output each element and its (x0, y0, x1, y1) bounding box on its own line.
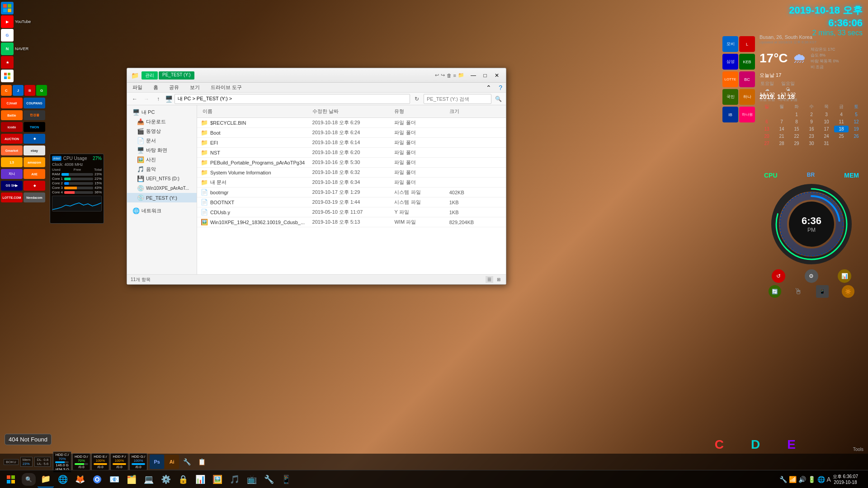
right-icon-6[interactable]: BC (739, 71, 755, 87)
right-icon-2[interactable]: L (739, 36, 755, 52)
address-input[interactable] (175, 94, 410, 104)
cal-day[interactable]: 23 (804, 133, 819, 140)
tray-icon3[interactable]: 🔊 (798, 476, 806, 483)
taskbar-misc5-icon[interactable]: 🔒 (175, 471, 191, 488)
search-button[interactable]: 🔍 (493, 94, 503, 104)
cal-day[interactable]: 1 (789, 111, 804, 118)
cal-day[interactable]: 31 (819, 140, 834, 147)
sidebar-icon-youtube[interactable]: ▶ YouTube (1, 15, 46, 28)
gauge-icon-5[interactable]: 📱 (816, 285, 829, 298)
tray-icon2[interactable]: 📶 (789, 476, 797, 483)
sidebar-15[interactable]: 1.5 (1, 157, 23, 167)
file-row[interactable]: 📄 CDUsb.y 2019-05-10 오후 11:07 Y 파일 1KB (197, 207, 506, 217)
help-icon[interactable]: ? (499, 84, 502, 91)
cal-day[interactable]: 8 (789, 118, 804, 125)
sidebar-icodo[interactable]: icodo (1, 122, 23, 132)
search-input[interactable] (424, 94, 491, 104)
toolbar-delete[interactable]: 🗑 (447, 73, 452, 78)
cal-day[interactable]: 21 (774, 133, 789, 140)
sidebar-icon-misc1[interactable]: ★ (1, 56, 46, 69)
right-icon-4[interactable]: KEB (739, 54, 755, 70)
cal-day[interactable]: 9 (804, 118, 819, 125)
file-row[interactable]: 📄 bootmgr 2019-10-17 오후 1:29 시스템 파일 402K… (197, 188, 506, 197)
forward-button[interactable]: → (142, 94, 151, 104)
sidebar-battle[interactable]: Battle (1, 110, 23, 120)
nav-documents[interactable]: 📄 문서 (127, 136, 197, 145)
c-drive-label[interactable]: C (715, 437, 724, 452)
start-button[interactable] (2, 471, 20, 488)
taskbar-misc9-icon[interactable]: 📺 (244, 471, 260, 488)
taskbar-edge-icon[interactable]: 🌐 (55, 471, 71, 488)
file-row[interactable]: 📄 BOOTNXT 2019-03-19 오후 1:44 시스템 파일 1KB (197, 197, 506, 207)
sidebar-tmon[interactable]: TMON (24, 122, 45, 132)
toolbar-undo[interactable]: ↩ (435, 72, 439, 78)
cal-day[interactable]: 15 (789, 126, 804, 132)
menu-home[interactable]: 홈 (151, 83, 160, 92)
cal-day[interactable]: 2 (804, 111, 819, 118)
menu-view[interactable]: 보기 (188, 83, 202, 92)
cal-day[interactable]: 14 (774, 126, 789, 132)
sidebar-ali[interactable]: AliE (24, 169, 45, 179)
detail-view-button[interactable]: ⊞ (495, 276, 502, 283)
taskbar-misc6-icon[interactable]: 📊 (192, 471, 208, 488)
nav-desktop[interactable]: 🖥️ 바탕 화면 (127, 145, 197, 155)
cal-day[interactable]: 19 (849, 126, 863, 132)
up-button[interactable]: ↑ (153, 94, 163, 104)
tray-keyboard-icon[interactable]: A (827, 476, 831, 483)
sidebar-amazon[interactable]: amazon (24, 157, 45, 167)
sidebar-misc3[interactable]: ◆ (24, 181, 45, 191)
sidebar-gmarket[interactable]: Gmarket (1, 145, 23, 155)
col-size[interactable]: 크기 (448, 107, 502, 116)
right-icon-1[interactable]: 모비 (722, 36, 738, 52)
sidebar-genie[interactable]: 지니 (1, 169, 23, 179)
cal-day[interactable]: 29 (789, 140, 804, 147)
cal-day[interactable] (760, 111, 774, 118)
right-icon-5[interactable]: LOTTE (722, 71, 738, 87)
list-view-button[interactable]: ☰ (486, 276, 493, 283)
sidebar-needacom[interactable]: Needacom (24, 192, 45, 202)
gauge-cursor-icon[interactable]: 🖱 (794, 285, 802, 298)
nav-my-pc[interactable]: 🖥️ 내 PC (127, 108, 197, 117)
tray-tools-icon[interactable]: 🔧 (779, 476, 787, 483)
taskbar-clock[interactable]: 오후 6:36:07 2019-10-18 (833, 474, 858, 485)
menu-drive-tools[interactable]: 드라이브 도구 (209, 83, 244, 92)
path-tab[interactable]: PE_TEST (Y:) (159, 71, 194, 80)
file-row-system-volume[interactable]: 📁 System Volume Information 2019-10-18 오… (197, 168, 506, 178)
sidebar-icon-msn[interactable] (1, 2, 46, 14)
taskbar-misc8-icon[interactable]: 🎵 (226, 471, 243, 488)
taskbar-misc10-icon[interactable]: 🔧 (261, 471, 277, 488)
gauge-icon-6[interactable]: 🔆 (842, 285, 854, 298)
refresh-button[interactable]: ↻ (412, 94, 422, 104)
cal-day[interactable]: 30 (804, 140, 819, 147)
nav-videos[interactable]: 🎬 동영상 (127, 127, 197, 136)
right-icon-9[interactable]: IB (722, 107, 738, 122)
cal-day[interactable]: 20 (760, 133, 774, 140)
cal-day[interactable]: 10 (819, 118, 834, 125)
right-icon-10[interactable]: 하나원 (739, 107, 755, 122)
cal-day[interactable] (834, 140, 849, 147)
tb2-photoshop-icon[interactable]: Ps (150, 455, 164, 469)
nav-music[interactable]: 🎵 음악 (127, 164, 197, 174)
cal-day[interactable]: 13 (760, 126, 774, 132)
gauge-icon-1[interactable]: ↺ (772, 269, 785, 283)
toolbar-redo[interactable]: ↪ (441, 72, 445, 78)
cal-day[interactable]: 28 (774, 140, 789, 147)
taskbar-misc2-icon[interactable]: 🗂️ (123, 471, 140, 488)
sidebar-icon-google[interactable]: G (1, 29, 46, 42)
nav-network[interactable]: 🌐 네트워크 (127, 206, 197, 216)
taskbar-misc1-icon[interactable]: 📧 (106, 471, 123, 488)
cal-day[interactable]: 16 (804, 126, 819, 132)
cal-day[interactable] (849, 140, 863, 147)
taskbar-misc7-icon[interactable]: 🖼️ (209, 471, 226, 488)
toolbar-properties[interactable]: ≡ (453, 73, 456, 78)
sidebar-small-icon2[interactable]: J (13, 85, 24, 96)
toolbar-new-folder[interactable]: 📁 (458, 72, 464, 78)
sidebar-coupang[interactable]: COUPANG (24, 98, 45, 108)
cal-today[interactable]: 18 (834, 126, 849, 132)
cal-day[interactable]: 27 (760, 140, 774, 147)
cal-day[interactable] (774, 111, 789, 118)
cal-day[interactable]: 4 (834, 111, 849, 118)
gauge-icon-3[interactable]: 📊 (838, 269, 851, 283)
cal-day[interactable]: 17 (819, 126, 834, 132)
sidebar-small-icon1[interactable]: C (1, 85, 12, 96)
